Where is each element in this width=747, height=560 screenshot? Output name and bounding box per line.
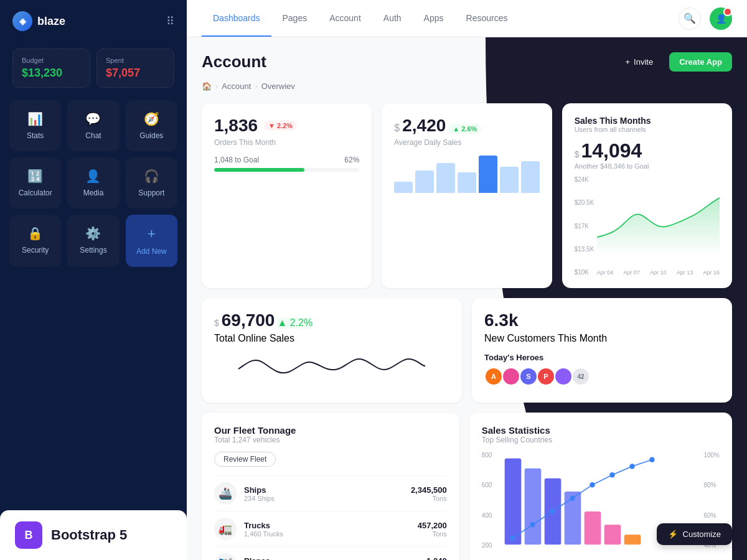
progress-pct: 62% [344,156,359,164]
ships-value: 2,345,500 Tons [411,485,447,502]
invite-label: Invite [634,57,653,67]
svg-rect-6 [624,534,641,544]
sales-big-num: 14,094 [581,139,642,162]
x-label-2: Apr 07 [623,269,640,276]
bootstrap-text: Bootstrap 5 [51,527,127,543]
invite-button[interactable]: + Invite [615,52,663,72]
nav-item-add-new[interactable]: + Add New [126,215,177,267]
calculator-icon: 🔢 [27,169,43,184]
stats-row-1: 1,836 ▼ 2.2% Orders This Month 1,048 to … [202,103,732,288]
progress-fill [214,168,304,172]
menu-icon[interactable]: ⠿ [166,14,174,28]
tab-pages[interactable]: Pages [271,1,319,37]
sales-month-sub: Users from all channels [575,126,720,133]
bar-7 [521,161,540,193]
sidebar: ◈ blaze ⠿ Budget $13,230 Spent $7,057 📊 … [0,0,187,560]
online-prefix: $ [214,318,219,328]
x-label-3: Apr 10 [650,269,667,276]
tab-account[interactable]: Account [318,1,372,37]
review-fleet-button[interactable]: Review Fleet [214,452,276,467]
svg-rect-5 [604,525,621,544]
bar-4 [458,172,476,193]
sales-prefix: $ [575,149,580,159]
svg-point-11 [590,482,596,488]
y-label-4: $13.5K [575,246,594,253]
trucks-sub: 1,460 Trucks [244,530,410,538]
planes-info: Planes 8 Aircrafts [244,556,419,561]
breadcrumb-overview: Overwiev [261,82,295,91]
svg-point-14 [650,457,655,463]
spct-1: 100% [703,452,720,459]
top-nav-right: 🔍 👤 [679,7,732,30]
y-label-5: $10K [575,269,594,276]
bar-1 [394,182,413,193]
tab-dashboards[interactable]: Dashboards [202,1,271,37]
breadcrumb-account[interactable]: Account [222,82,251,91]
daily-sales-chart [394,156,539,193]
planes-amount: 1,240 [426,556,447,561]
nav-item-calculator[interactable]: 🔢 Calculator [9,157,61,208]
svg-point-13 [630,464,636,469]
planes-value: 1,240 Tons [426,556,447,561]
ships-amount: 2,345,500 [411,485,447,495]
new-customers-card: 6.3k New Customers This Month Today's He… [472,298,732,403]
add-icon: + [148,226,156,242]
progress-track [214,168,359,172]
orders-progress: 1,048 to Goal 62% [214,156,359,172]
nav-item-stats[interactable]: 📊 Stats [9,100,61,151]
x-label-1: Apr 04 [597,269,614,276]
customize-icon: ⚡ [668,530,678,539]
sy-2: 600 [482,482,492,488]
orders-label: Orders This Month [214,138,359,147]
nav-item-security[interactable]: 🔒 Security [9,215,61,267]
ships-sub: 234 Ships [244,495,403,502]
nav-item-guides[interactable]: 🧭 Guides [126,100,177,151]
avatar-5 [554,367,573,386]
online-sales-badge: ▲ 2.2% [277,317,312,329]
nav-item-chat[interactable]: 💬 Chat [67,100,119,151]
budget-value: $13,230 [22,67,81,80]
nav-label-media: Media [83,189,104,197]
trucks-amount: 457,200 [418,521,447,530]
page-header: Account + Invite Create App [202,52,732,72]
tab-auth[interactable]: Auth [372,1,413,37]
orders-badge: ▼ 2.2% [264,121,297,131]
tab-apps[interactable]: Apps [413,1,455,37]
heroes-avatars: A S P 42 [484,367,720,386]
nav-label-stats: Stats [27,131,44,140]
nav-label-support: Support [138,189,164,197]
wavy-chart [214,350,449,388]
header-actions: + Invite Create App [615,52,732,72]
stats-icon: 📊 [27,111,43,126]
sy-3: 400 [482,512,492,519]
fleet-card: Our Fleet Tonnage Total 1,247 vehicles R… [202,413,459,560]
nav-item-settings[interactable]: ⚙️ Settings [67,215,119,267]
media-icon: 👤 [85,169,101,184]
bar-3 [436,163,455,193]
user-avatar-button[interactable]: 👤 [710,7,732,30]
home-icon: 🏠 [202,82,212,91]
trucks-name: Trucks [244,521,410,530]
sales-month-title: Sales This Months [575,116,720,126]
stats-row-2: $ 69,700 ▲ 2.2% Total Online Sales 6.3k [202,298,732,403]
create-app-button[interactable]: Create App [669,52,732,72]
search-button[interactable]: 🔍 [679,7,701,30]
x-label-5: Apr 16 [703,269,720,276]
logo-icon: ◈ [12,11,32,31]
page-title: Account [202,52,266,72]
fleet-row-ships: 🚢 Ships 234 Ships 2,345,500 Tons [214,475,447,511]
trucks-icon: 🚛 [214,518,237,540]
trucks-value: 457,200 Tons [418,521,447,538]
customize-button[interactable]: ⚡ Customize [657,523,732,545]
tab-resources[interactable]: Resources [455,1,519,37]
x-label-4: Apr 13 [677,269,693,276]
y-label-2: $20.5K [575,199,594,206]
online-sales-number: 69,700 [222,310,275,330]
spct-2: 80% [703,482,720,488]
trucks-unit: Tons [418,530,447,538]
nav-label-calculator: Calculator [19,189,52,197]
nav-item-media[interactable]: 👤 Media [67,157,119,208]
invite-plus-icon: + [625,57,630,67]
nav-item-support[interactable]: 🎧 Support [126,157,177,208]
ships-name: Ships [244,485,403,495]
